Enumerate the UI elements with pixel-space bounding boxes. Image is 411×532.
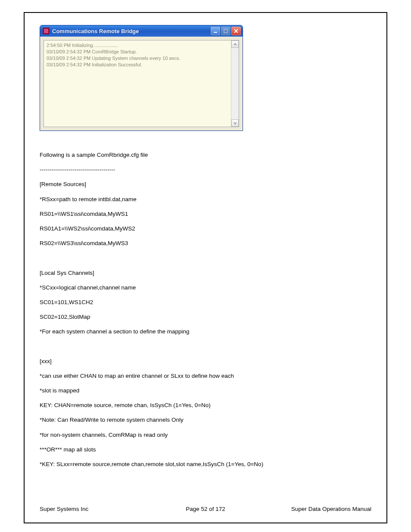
doc-line: [Local Sys Channels] bbox=[40, 270, 371, 277]
chevron-up-icon bbox=[234, 43, 237, 46]
doc-line: *for non-system channels, ComRMap is rea… bbox=[40, 432, 371, 439]
doc-line: Following is a sample ComRbridge.cfg fil… bbox=[40, 152, 371, 159]
scroll-down-button[interactable] bbox=[231, 119, 239, 127]
minimize-icon bbox=[213, 28, 218, 34]
svg-rect-1 bbox=[224, 29, 227, 33]
footer-center: Page 52 of 172 bbox=[40, 506, 371, 512]
doc-line: *slot is mapped bbox=[40, 387, 371, 394]
doc-line: *KEY: SLxx=remote source,remote chan,rem… bbox=[40, 461, 371, 468]
chevron-down-icon bbox=[234, 121, 237, 125]
scroll-up-button[interactable] bbox=[231, 40, 239, 48]
doc-line: SC02=102,SlotMap bbox=[40, 314, 371, 320]
page-footer: Super Systems Inc Page 52 of 172 Super D… bbox=[40, 506, 371, 512]
doc-line: [Remote Sources] bbox=[40, 181, 371, 188]
doc-line: [xxx] bbox=[40, 358, 371, 365]
svg-rect-0 bbox=[214, 32, 217, 33]
doc-line: *can use either CHAN to map an entire ch… bbox=[40, 373, 371, 380]
window-title: Communications Remote Bridge bbox=[52, 28, 210, 34]
doc-line: RS01A1=\\WS2\ssi\comdata,MyWS2 bbox=[40, 225, 371, 232]
document-body: Following is a sample ComRbridge.cfg fil… bbox=[40, 152, 371, 468]
doc-line bbox=[40, 255, 371, 261]
titlebar[interactable]: Communications Remote Bridge bbox=[40, 25, 243, 37]
doc-line bbox=[40, 343, 371, 350]
doc-line: RS01=\\WS1\ssi\comdata,MyWS1 bbox=[40, 211, 371, 218]
app-icon bbox=[43, 28, 50, 34]
log-line: 2:54:50 PM Initializing.................… bbox=[47, 42, 236, 49]
maximize-button bbox=[221, 27, 230, 35]
log-content: 2:54:50 PM Initializing.................… bbox=[44, 40, 239, 69]
close-icon bbox=[234, 28, 239, 34]
close-button[interactable] bbox=[231, 27, 241, 35]
doc-line: KEY: CHAN=remote source, remote chan, Is… bbox=[40, 402, 371, 409]
minimize-button[interactable] bbox=[211, 27, 220, 35]
scrollbar[interactable] bbox=[231, 40, 239, 127]
doc-line: *RSxx=path to remote inttbl.dat,name bbox=[40, 196, 371, 203]
log-line: 03/10/09 2:54:32 PM Updating System chan… bbox=[47, 55, 236, 62]
doc-line: --------------------------------------- bbox=[40, 166, 371, 173]
window-client-area: 2:54:50 PM Initializing.................… bbox=[40, 37, 243, 131]
log-line: 03/10/09 2:54:32 PM Initialization Succe… bbox=[47, 62, 236, 68]
app-window: Communications Remote Bridge 2:54:50 PM … bbox=[40, 25, 243, 131]
doc-line: *For each system channel a section to de… bbox=[40, 328, 371, 335]
log-line: 03/10/09 2:54:32 PM ComRBridge Startup. bbox=[47, 49, 236, 55]
maximize-icon bbox=[223, 28, 228, 34]
doc-line: *SCxx=logical channel,channel name bbox=[40, 284, 371, 291]
doc-line: SC01=101,WS1CH2 bbox=[40, 299, 371, 306]
log-textarea[interactable]: 2:54:50 PM Initializing.................… bbox=[44, 40, 239, 127]
doc-line: *Note: Can Read/Write to remote system c… bbox=[40, 417, 371, 423]
doc-line: ***OR*** map all slots bbox=[40, 446, 371, 453]
doc-line: RS02=\\WS3\ssi\comdata,MyWS3 bbox=[40, 240, 371, 247]
